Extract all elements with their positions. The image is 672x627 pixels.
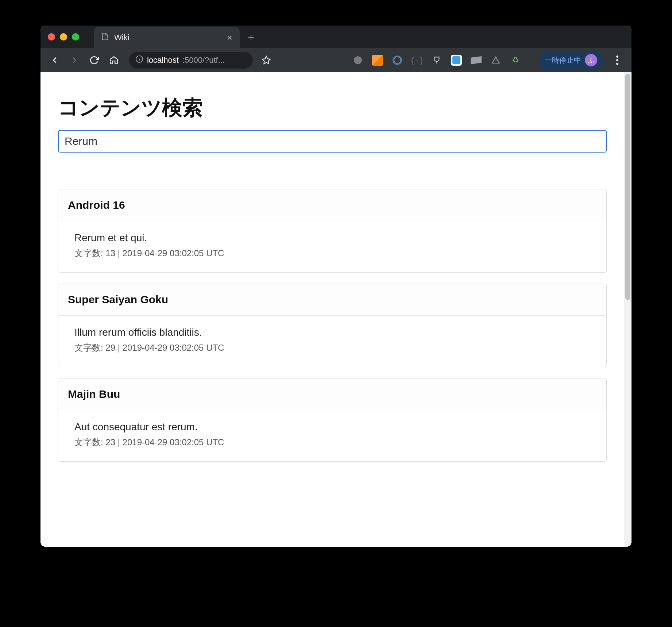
result-body: Aut consequatur est rerum.文字数: 23 | 2019… — [58, 410, 606, 461]
result-meta: 文字数: 13 | 2019-04-29 03:02:05 UTC — [74, 247, 597, 259]
result-body: Illum rerum officiis blanditiis.文字数: 29 … — [58, 316, 606, 367]
browser-menu-button[interactable] — [612, 55, 623, 65]
extension-icon[interactable] — [352, 55, 363, 66]
result-title: Super Saiyan Goku — [58, 284, 606, 316]
extension-icon[interactable] — [471, 55, 482, 66]
search-results: Android 16Rerum et et qui.文字数: 13 | 2019… — [58, 189, 607, 462]
result-body: Rerum et et qui.文字数: 13 | 2019-04-29 03:… — [58, 221, 606, 272]
home-button[interactable] — [105, 51, 123, 69]
maximize-window-button[interactable] — [72, 33, 79, 41]
toolbar-divider — [530, 54, 530, 66]
result-card[interactable]: Majin BuuAut consequatur est rerum.文字数: … — [58, 378, 607, 462]
site-info-icon[interactable] — [135, 55, 143, 65]
close-tab-button[interactable]: × — [227, 32, 232, 43]
sync-paused-pill[interactable]: 一時停止中 ふ — [539, 51, 603, 69]
bookmark-button[interactable] — [257, 51, 275, 69]
reload-button[interactable] — [85, 51, 103, 69]
back-button[interactable] — [46, 51, 64, 69]
result-snippet: Illum rerum officiis blanditiis. — [74, 327, 597, 338]
avatar-letter: ふ — [588, 56, 594, 65]
extensions-area: {·} ♻ 一時停止中 ふ — [352, 51, 626, 69]
result-card[interactable]: Android 16Rerum et et qui.文字数: 13 | 2019… — [58, 189, 607, 273]
close-window-button[interactable] — [48, 33, 55, 41]
result-snippet: Rerum et et qui. — [74, 232, 597, 244]
forward-button[interactable] — [65, 51, 84, 69]
result-meta: 文字数: 29 | 2019-04-29 03:02:05 UTC — [74, 342, 597, 354]
extension-icon[interactable]: {·} — [412, 55, 422, 66]
page-icon — [101, 32, 109, 43]
address-path: :5000/?utf... — [182, 55, 225, 65]
extension-icon[interactable] — [451, 55, 462, 66]
page-content: コンテンツ検索 Android 16Rerum et et qui.文字数: 1… — [40, 72, 624, 547]
viewport: コンテンツ検索 Android 16Rerum et et qui.文字数: 1… — [40, 72, 632, 547]
tab-title: Wiki — [114, 33, 227, 42]
svg-point-4 — [354, 56, 362, 64]
result-meta: 文字数: 23 | 2019-04-29 03:02:05 UTC — [74, 436, 597, 448]
new-tab-button[interactable]: ＋ — [246, 30, 256, 45]
address-host: localhost — [147, 55, 179, 65]
result-title: Android 16 — [58, 189, 606, 221]
profile-avatar[interactable]: ふ — [585, 54, 597, 66]
search-input[interactable] — [58, 130, 607, 153]
browser-window: Wiki × ＋ localhost:5000/?utf... — [40, 26, 632, 547]
title-bar: Wiki × ＋ — [40, 26, 632, 48]
extension-icon[interactable] — [392, 55, 403, 66]
page-title: コンテンツ検索 — [58, 94, 607, 122]
minimize-window-button[interactable] — [60, 33, 67, 41]
scrollbar-thumb[interactable] — [625, 74, 630, 300]
extension-icon[interactable] — [372, 55, 383, 66]
browser-tab[interactable]: Wiki × — [94, 27, 240, 48]
extension-icon[interactable] — [490, 55, 501, 66]
extension-icon[interactable] — [431, 55, 442, 66]
scrollbar[interactable] — [624, 72, 632, 547]
svg-marker-6 — [471, 56, 482, 64]
paused-label: 一時停止中 — [545, 55, 581, 65]
result-title: Majin Buu — [58, 378, 606, 410]
result-card[interactable]: Super Saiyan GokuIllum rerum officiis bl… — [58, 284, 607, 367]
window-controls — [48, 33, 79, 41]
svg-marker-3 — [262, 56, 270, 64]
toolbar: localhost:5000/?utf... {·} ♻ — [40, 48, 632, 72]
result-snippet: Aut consequatur est rerum. — [74, 421, 597, 433]
svg-point-5 — [394, 57, 401, 64]
address-bar[interactable]: localhost:5000/?utf... — [129, 52, 253, 69]
extension-icon[interactable]: ♻ — [510, 55, 521, 66]
